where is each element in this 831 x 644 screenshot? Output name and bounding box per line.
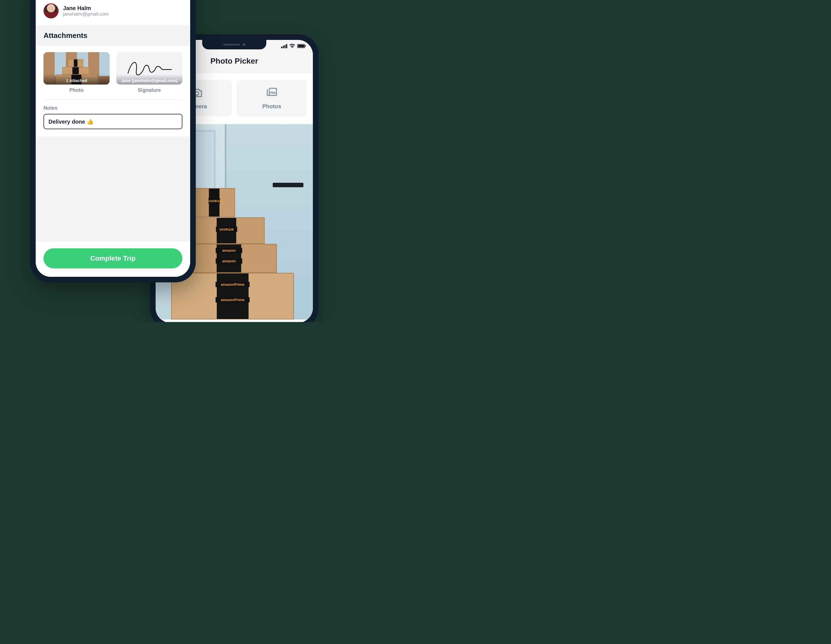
svg-rect-1 [269,88,276,96]
attachments-section: 1 Attached Photo Jane (janehalm@gmail.co… [36,46,190,136]
front-camera [243,43,245,46]
attachment-signature[interactable]: Jane (janehalm@gmail.com) Signature [116,52,182,93]
phone-notch [202,40,266,49]
signature-label: Signature [138,87,161,93]
signature-thumbnail: Jane (janehalm@gmail.com) [116,52,182,84]
attachment-photo[interactable]: 1 Attached Photo [43,52,110,93]
battery-icon [297,44,305,48]
photos-label: Photos [263,103,281,110]
notes-input[interactable] [43,114,182,129]
speaker-grille [223,44,240,45]
photo-thumbnail: 1 Attached [43,52,110,84]
status-bar [281,44,305,48]
photo-attached-badge: 1 Attached [43,74,110,84]
svg-point-0 [195,91,199,95]
cellular-signal-icon [281,44,287,48]
avatar [43,3,59,18]
recipient-name: Jane Halm [63,5,109,11]
photo-library-icon [266,87,278,100]
divider [43,99,182,100]
photo-label: Photo [69,87,84,93]
phone1-screen: Delivery to 238 Chatham Way, Oakland Flo… [36,0,190,277]
recipient-row[interactable]: Jane Halm janehalm@gmail.com [36,2,190,25]
attachments-heading: Attachments [36,25,190,46]
footer: Complete Trip [36,242,190,277]
spacer [36,136,190,242]
wifi-icon [290,44,295,48]
attachment-cards: 1 Attached Photo Jane (janehalm@gmail.co… [43,52,182,93]
recipient-email: janehalm@gmail.com [63,11,109,17]
signature-caption: Jane (janehalm@gmail.com) [116,74,182,84]
complete-trip-button[interactable]: Complete Trip [43,248,182,268]
recipient-texts: Jane Halm janehalm@gmail.com [63,5,109,17]
notes-label: Notes [43,105,182,111]
phone-delivery-details: Delivery to 238 Chatham Way, Oakland Flo… [31,0,195,282]
photos-button[interactable]: Photos [237,80,307,116]
